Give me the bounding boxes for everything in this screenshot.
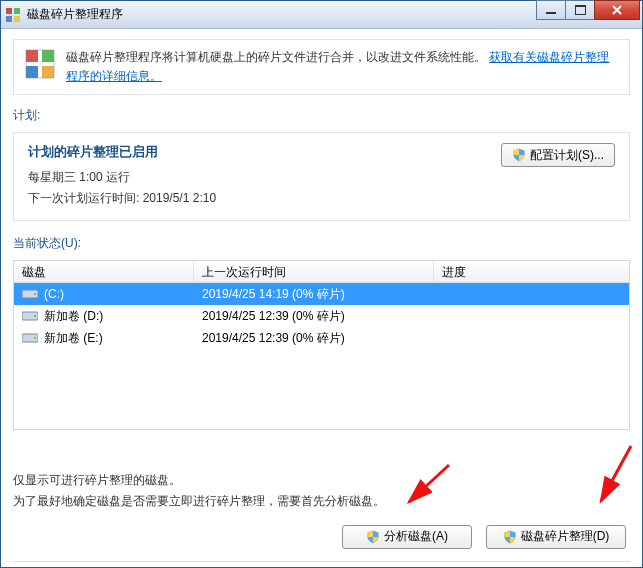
defrag-label: 磁盘碎片整理(D) — [521, 528, 610, 545]
hint-block: 仅显示可进行碎片整理的磁盘。 为了最好地确定磁盘是否需要立即进行碎片整理，需要首… — [13, 470, 630, 511]
maximize-button[interactable] — [565, 0, 595, 20]
schedule-label: 计划: — [13, 107, 630, 124]
disk-name: 新加卷 (E:) — [44, 330, 103, 347]
col-progress[interactable]: 进度 — [434, 261, 629, 282]
disk-row[interactable]: (C:) 2019/4/25 14:19 (0% 碎片) — [14, 283, 629, 305]
svg-rect-0 — [6, 8, 12, 14]
col-disk[interactable]: 磁盘 — [14, 261, 194, 282]
action-buttons: 分析磁盘(A) 磁盘碎片整理(D) — [13, 525, 630, 549]
disk-row[interactable]: 新加卷 (D:) 2019/4/25 12:39 (0% 碎片) — [14, 305, 629, 327]
col-last-run[interactable]: 上一次运行时间 — [194, 261, 434, 282]
window-title: 磁盘碎片整理程序 — [27, 6, 123, 23]
schedule-next: 下一次计划运行时间: 2019/5/1 2:10 — [28, 188, 615, 208]
hint-line2: 为了最好地确定磁盘是否需要立即进行碎片整理，需要首先分析磁盘。 — [13, 491, 630, 511]
shield-icon — [512, 148, 526, 162]
banner-desc: 磁盘碎片整理程序将计算机硬盘上的碎片文件进行合并，以改进文件系统性能。 — [66, 50, 486, 64]
shield-icon — [503, 530, 517, 544]
svg-rect-4 — [26, 50, 38, 62]
svg-rect-2 — [6, 16, 12, 22]
hint-line1: 仅显示可进行碎片整理的磁盘。 — [13, 470, 630, 490]
drive-icon — [22, 310, 38, 322]
disk-name: (C:) — [44, 287, 64, 301]
schedule-time: 每星期三 1:00 运行 — [28, 167, 615, 187]
info-banner: 磁盘碎片整理程序将计算机硬盘上的碎片文件进行合并，以改进文件系统性能。 获取有关… — [13, 39, 630, 95]
svg-rect-7 — [42, 66, 54, 78]
svg-rect-5 — [42, 50, 54, 62]
close-window-button[interactable] — [594, 0, 640, 20]
disk-list: 磁盘 上一次运行时间 进度 (C:) 2019/4/25 14:19 (0% 碎… — [13, 260, 630, 430]
svg-point-14 — [34, 337, 36, 339]
window-controls — [537, 0, 640, 20]
app-icon — [5, 7, 21, 23]
svg-rect-6 — [26, 66, 38, 78]
shield-icon — [366, 530, 380, 544]
svg-rect-1 — [14, 8, 20, 14]
disk-progress — [434, 336, 629, 340]
disk-last: 2019/4/25 12:39 (0% 碎片) — [194, 328, 434, 349]
drive-icon — [22, 332, 38, 344]
disk-progress — [434, 314, 629, 318]
client-area: 磁盘碎片整理程序将计算机硬盘上的碎片文件进行合并，以改进文件系统性能。 获取有关… — [1, 39, 642, 568]
footer: 关闭(C) — [13, 561, 630, 568]
defrag-icon — [24, 48, 56, 80]
configure-label: 配置计划(S)... — [530, 147, 604, 164]
analyze-label: 分析磁盘(A) — [384, 528, 448, 545]
defrag-button[interactable]: 磁盘碎片整理(D) — [486, 525, 626, 549]
disk-list-header: 磁盘 上一次运行时间 进度 — [14, 261, 629, 283]
titlebar: 磁盘碎片整理程序 — [1, 1, 642, 29]
disk-last: 2019/4/25 14:19 (0% 碎片) — [194, 284, 434, 305]
status-label: 当前状态(U): — [13, 235, 630, 252]
minimize-button[interactable] — [536, 0, 566, 20]
disk-row[interactable]: 新加卷 (E:) 2019/4/25 12:39 (0% 碎片) — [14, 327, 629, 349]
disk-name: 新加卷 (D:) — [44, 308, 103, 325]
configure-schedule-button[interactable]: 配置计划(S)... — [501, 143, 615, 167]
disk-progress — [434, 292, 629, 296]
svg-point-12 — [34, 315, 36, 317]
window-root: 磁盘碎片整理程序 磁盘碎片整理程序将计算机硬盘上的碎片文件进行合并，以改进文件系… — [0, 0, 643, 568]
banner-text: 磁盘碎片整理程序将计算机硬盘上的碎片文件进行合并，以改进文件系统性能。 获取有关… — [66, 48, 619, 86]
svg-point-10 — [34, 293, 36, 295]
svg-rect-3 — [14, 16, 20, 22]
analyze-button[interactable]: 分析磁盘(A) — [342, 525, 472, 549]
drive-icon — [22, 288, 38, 300]
disk-last: 2019/4/25 12:39 (0% 碎片) — [194, 306, 434, 327]
schedule-group: 计划的碎片整理已启用 每星期三 1:00 运行 下一次计划运行时间: 2019/… — [13, 132, 630, 221]
